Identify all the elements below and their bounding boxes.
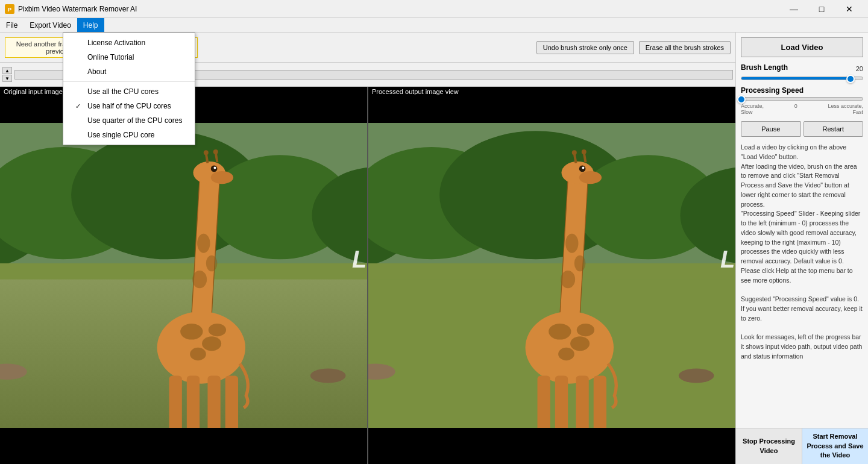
svg-text:Logo: Logo [720, 246, 735, 272]
processing-speed-thumb[interactable] [737, 95, 746, 104]
svg-rect-20 [169, 375, 182, 428]
brush-length-container: Brush Length 20 [741, 63, 863, 80]
pause-button[interactable]: Pause [741, 121, 801, 137]
svg-point-48 [579, 171, 602, 184]
undo-brush-button[interactable]: Undo brush stroke only once [536, 41, 634, 54]
stop-processing-button[interactable]: Stop Processing Video [736, 428, 802, 464]
svg-point-29 [202, 336, 221, 351]
svg-point-28 [180, 324, 203, 340]
brush-length-header: Brush Length 20 [741, 63, 863, 74]
svg-point-31 [209, 324, 226, 336]
help-dropdown: License Activation Online Tutorial About… [63, 33, 195, 145]
processed-giraffe-svg: Logo [368, 123, 735, 428]
menu-bar: File Export Video Help License Activatio… [0, 18, 868, 33]
app-icon: P [5, 4, 14, 14]
menu-quarter-cores[interactable]: Use quarter of the CPU cores [63, 113, 195, 128]
svg-point-33 [206, 256, 218, 272]
svg-point-14 [213, 167, 216, 169]
svg-rect-23 [225, 375, 238, 428]
svg-rect-21 [187, 375, 200, 428]
svg-point-66 [558, 348, 574, 360]
minimize-button[interactable]: — [780, 0, 808, 18]
svg-rect-57 [555, 375, 568, 428]
brush-length-label: Brush Length [741, 63, 788, 72]
menu-half-cores[interactable]: ✓ Use half of the CPU cores [63, 99, 195, 113]
svg-rect-45 [368, 263, 735, 280]
brush-length-thumb[interactable] [846, 75, 855, 83]
brush-length-value: 20 [856, 65, 863, 72]
brush-length-track [741, 77, 863, 80]
svg-point-55 [526, 312, 614, 384]
original-giraffe-scene: Logo [0, 123, 367, 428]
close-button[interactable]: ✕ [835, 0, 863, 18]
svg-point-17 [204, 150, 209, 155]
svg-point-34 [192, 271, 207, 288]
svg-point-69 [574, 256, 586, 272]
start-removal-button[interactable]: Start Removal Process and Save the Video [802, 428, 868, 464]
svg-text:Logo: Logo [352, 246, 367, 272]
menu-export-video[interactable]: Export Video [24, 18, 77, 32]
svg-point-65 [570, 336, 590, 351]
menu-about[interactable]: About [63, 64, 195, 79]
restart-button[interactable]: Restart [804, 121, 864, 137]
svg-point-12 [211, 171, 233, 184]
processed-view-label: Processed output image view [368, 87, 462, 96]
svg-point-67 [577, 324, 594, 336]
original-giraffe-svg: Logo [0, 123, 367, 428]
brush-length-fill [741, 77, 851, 80]
title-bar: P Pixbim Video Watermark Remover AI — □ … [0, 0, 868, 18]
menu-single-core[interactable]: Use single CPU core [63, 128, 195, 142]
menu-license-activation[interactable]: License Activation [63, 36, 195, 50]
svg-point-36 [310, 368, 346, 383]
svg-point-19 [157, 312, 245, 384]
svg-point-70 [561, 271, 575, 288]
speed-value-label: 0 [794, 103, 797, 115]
title-bar-controls: — □ ✕ [780, 0, 863, 18]
svg-point-18 [213, 149, 218, 154]
svg-point-30 [190, 348, 206, 360]
processing-speed-track [741, 97, 863, 101]
speed-slider-labels: Accurate,Slow 0 Less accurate,Fast [741, 103, 863, 115]
processing-speed-container: Processing Speed Accurate,Slow 0 Less ac… [741, 86, 863, 115]
erase-brush-button[interactable]: Erase all the brush strokes [639, 41, 731, 54]
svg-rect-58 [576, 375, 588, 428]
stop-processing-label: Stop Processing Video [743, 437, 795, 454]
svg-rect-59 [594, 375, 606, 428]
processed-image-view: Processed output image view [367, 87, 735, 464]
speed-left-label: Accurate,Slow [741, 103, 764, 115]
black-bar-bottom-right [368, 428, 735, 464]
pause-restart-buttons: Pause Restart [741, 121, 863, 137]
svg-point-64 [549, 324, 571, 340]
scroll-arrows: ▲ ▼ [2, 67, 12, 82]
svg-point-54 [582, 149, 587, 154]
processed-giraffe-scene: Logo [368, 123, 735, 428]
start-removal-label: Start Removal Process and Save the Video [807, 433, 863, 459]
half-cores-check: ✓ [75, 102, 84, 110]
scroll-up-button[interactable]: ▲ [2, 67, 12, 74]
dropdown-divider [63, 81, 195, 82]
scroll-down-button[interactable]: ▼ [2, 75, 12, 82]
menu-online-tutorial[interactable]: Online Tutorial [63, 50, 195, 64]
svg-point-50 [582, 167, 584, 169]
speed-right-label: Less accurate,Fast [828, 103, 863, 115]
load-video-button[interactable]: Load Video [741, 37, 863, 57]
title-bar-left: P Pixbim Video Watermark Remover AI [5, 4, 137, 14]
app-title: Pixbim Video Watermark Remover AI [18, 5, 137, 13]
menu-file[interactable]: File [0, 18, 24, 32]
black-bar-bottom-left [0, 428, 367, 464]
svg-rect-56 [538, 375, 550, 428]
processing-speed-label: Processing Speed [741, 86, 804, 95]
svg-point-32 [197, 234, 210, 253]
svg-point-72 [679, 368, 714, 383]
svg-text:P: P [8, 7, 11, 13]
menu-help[interactable]: Help [77, 18, 104, 32]
svg-point-53 [572, 150, 577, 155]
info-text: Load a video by clicking on the above "L… [741, 143, 863, 361]
right-panel: Load Video Brush Length 20 Processing Sp… [735, 33, 868, 464]
svg-rect-9 [0, 263, 367, 280]
svg-point-68 [565, 234, 578, 253]
maximize-button[interactable]: □ [808, 0, 835, 18]
bottom-buttons: Stop Processing Video Start Removal Proc… [736, 428, 868, 464]
right-panel-inner: Load Video Brush Length 20 Processing Sp… [736, 33, 868, 428]
menu-all-cores[interactable]: Use all the CPU cores [63, 84, 195, 99]
